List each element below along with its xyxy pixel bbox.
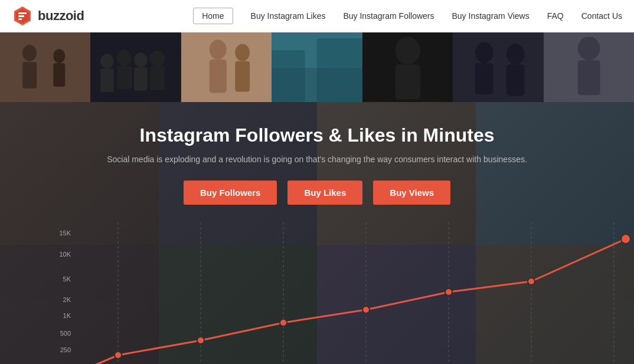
strip-photo-4 (272, 32, 362, 102)
nav-home[interactable]: Home (193, 8, 233, 24)
svg-rect-10 (90, 32, 181, 102)
svg-point-29 (395, 37, 420, 64)
svg-rect-28 (362, 32, 453, 102)
growth-chart: 15K 10K 5K 2K 1K 500 250 100 (0, 222, 634, 364)
nav-links: Home Buy Instagram Likes Buy Instagram F… (193, 8, 622, 24)
svg-point-12 (117, 50, 132, 65)
svg-point-62 (621, 234, 630, 244)
svg-text:10K: 10K (59, 251, 71, 258)
svg-rect-33 (475, 63, 494, 94)
nav-buy-followers[interactable]: Buy Instagram Followers (343, 11, 434, 21)
svg-point-60 (445, 288, 452, 296)
svg-rect-15 (100, 68, 114, 92)
svg-rect-2 (18, 12, 27, 14)
svg-text:250: 250 (60, 346, 71, 353)
svg-rect-3 (18, 15, 24, 17)
nav-contact[interactable]: Contact Us (581, 11, 622, 21)
svg-rect-25 (272, 68, 362, 102)
logo-icon (12, 5, 33, 27)
logo-text: buzzoid (38, 8, 84, 24)
svg-point-61 (528, 278, 535, 285)
svg-text:5K: 5K (63, 276, 71, 283)
svg-rect-16 (117, 66, 132, 90)
svg-rect-23 (235, 61, 250, 92)
logo[interactable]: buzzoid (12, 5, 84, 27)
svg-rect-5 (0, 32, 90, 102)
buy-followers-button[interactable]: Buy Followers (184, 181, 277, 205)
svg-rect-19 (181, 32, 272, 102)
svg-rect-26 (272, 50, 305, 102)
nav-buy-views[interactable]: Buy Instagram Views (452, 11, 529, 21)
svg-point-57 (197, 337, 204, 344)
svg-rect-35 (506, 64, 525, 96)
svg-point-37 (577, 37, 600, 60)
svg-rect-21 (210, 60, 227, 93)
hero-section: Instagram Followers & Likes in Minutes S… (0, 102, 634, 364)
svg-rect-4 (18, 18, 22, 20)
svg-rect-30 (395, 64, 420, 99)
strip-photo-3 (181, 32, 272, 102)
svg-point-34 (506, 44, 525, 64)
svg-point-20 (210, 40, 227, 59)
svg-point-22 (235, 44, 250, 61)
svg-point-14 (151, 51, 165, 67)
svg-point-6 (22, 45, 37, 61)
chart-area: 15K 10K 5K 2K 1K 500 250 100 (0, 222, 634, 364)
svg-rect-36 (544, 32, 634, 102)
svg-point-56 (115, 352, 122, 359)
svg-point-58 (280, 319, 287, 326)
svg-rect-17 (134, 67, 148, 91)
nav-faq[interactable]: FAQ (547, 11, 564, 21)
buy-views-button[interactable]: Buy Views (373, 181, 450, 205)
svg-rect-24 (272, 32, 362, 102)
svg-point-13 (134, 53, 148, 67)
svg-rect-38 (577, 60, 600, 95)
strip-photo-5 (362, 32, 453, 102)
strip-photo-2 (90, 32, 181, 102)
strip-photo-7 (544, 32, 634, 102)
svg-text:500: 500 (60, 330, 71, 337)
svg-point-32 (475, 42, 494, 63)
svg-point-8 (53, 49, 65, 63)
hero-subtitle: Social media is exploding and a revoluti… (0, 155, 634, 164)
svg-text:2K: 2K (63, 296, 71, 303)
navbar: buzzoid Home Buy Instagram Likes Buy Ins… (0, 0, 634, 32)
svg-rect-31 (453, 32, 543, 102)
svg-rect-27 (317, 38, 362, 102)
image-strip (0, 32, 634, 102)
svg-point-59 (362, 306, 370, 313)
svg-point-11 (100, 54, 114, 68)
nav-buy-likes[interactable]: Buy Instagram Likes (251, 11, 326, 21)
strip-photo-6 (453, 32, 543, 102)
strip-photo-1 (0, 32, 90, 102)
svg-text:15K: 15K (59, 229, 71, 237)
svg-rect-18 (151, 67, 165, 90)
buy-likes-button[interactable]: Buy Likes (287, 181, 362, 205)
hero-title: Instagram Followers & Likes in Minutes (0, 124, 634, 146)
cta-buttons: Buy Followers Buy Likes Buy Views (0, 181, 634, 205)
svg-text:1K: 1K (63, 312, 71, 319)
svg-rect-9 (53, 63, 65, 87)
hero-content: Instagram Followers & Likes in Minutes S… (0, 102, 634, 222)
svg-rect-7 (22, 62, 37, 88)
